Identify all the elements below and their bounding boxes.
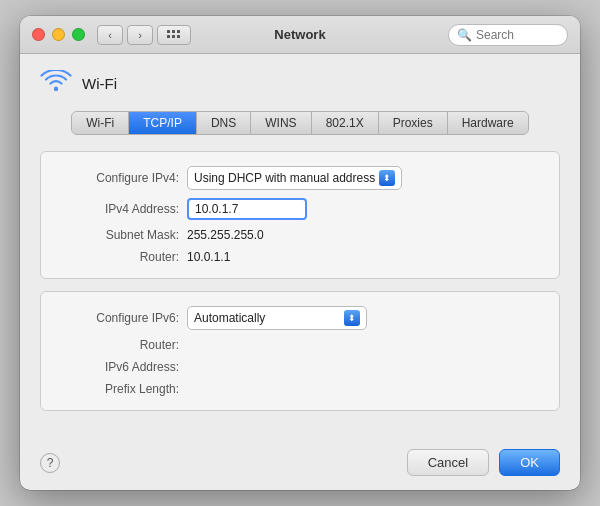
forward-button[interactable]: › — [127, 25, 153, 45]
dropdown-arrow-ipv6-icon: ⬍ — [344, 310, 360, 326]
configure-ipv6-row: Configure IPv6: Automatically ⬍ — [57, 306, 543, 330]
grid-button[interactable] — [157, 25, 191, 45]
back-button[interactable]: ‹ — [97, 25, 123, 45]
window-title: Network — [274, 27, 325, 42]
content-area: Wi-Fi Wi-Fi TCP/IP DNS WINS 802.1X Proxi… — [20, 54, 580, 439]
configure-ipv6-value: Automatically — [194, 311, 340, 325]
wifi-header: Wi-Fi — [40, 70, 560, 97]
tab-wifi[interactable]: Wi-Fi — [72, 112, 129, 134]
maximize-button[interactable] — [72, 28, 85, 41]
ipv4-address-input[interactable] — [187, 198, 307, 220]
grid-icon — [167, 30, 181, 39]
wifi-icon — [40, 70, 72, 97]
ipv6-section: Configure IPv6: Automatically ⬍ Router: … — [40, 291, 560, 411]
ipv6-router-row: Router: — [57, 338, 543, 352]
cancel-button[interactable]: Cancel — [407, 449, 489, 476]
search-box[interactable]: 🔍 — [448, 24, 568, 46]
tab-tcpip[interactable]: TCP/IP — [129, 112, 197, 134]
configure-ipv6-dropdown[interactable]: Automatically ⬍ — [187, 306, 367, 330]
network-window: ‹ › Network 🔍 — [20, 16, 580, 490]
footer-buttons: Cancel OK — [407, 449, 560, 476]
tab-proxies[interactable]: Proxies — [379, 112, 448, 134]
configure-ipv4-dropdown[interactable]: Using DHCP with manual address ⬍ — [187, 166, 402, 190]
ok-button[interactable]: OK — [499, 449, 560, 476]
ipv6-router-label: Router: — [57, 338, 187, 352]
dropdown-arrow-icon: ⬍ — [379, 170, 395, 186]
nav-buttons: ‹ › — [97, 25, 153, 45]
ipv4-section: Configure IPv4: Using DHCP with manual a… — [40, 151, 560, 279]
forward-icon: › — [138, 29, 142, 41]
help-button[interactable]: ? — [40, 453, 60, 473]
subnet-mask-label: Subnet Mask: — [57, 228, 187, 242]
back-icon: ‹ — [108, 29, 112, 41]
tab-8021x[interactable]: 802.1X — [312, 112, 379, 134]
close-button[interactable] — [32, 28, 45, 41]
ipv4-address-row: IPv4 Address: — [57, 198, 543, 220]
tab-wins[interactable]: WINS — [251, 112, 311, 134]
configure-ipv6-label: Configure IPv6: — [57, 311, 187, 325]
search-input[interactable] — [476, 28, 559, 42]
router-value: 10.0.1.1 — [187, 250, 230, 264]
footer: ? Cancel OK — [20, 439, 580, 490]
ipv6-address-label: IPv6 Address: — [57, 360, 187, 374]
ipv4-address-label: IPv4 Address: — [57, 202, 187, 216]
minimize-button[interactable] — [52, 28, 65, 41]
router-label: Router: — [57, 250, 187, 264]
configure-ipv4-row: Configure IPv4: Using DHCP with manual a… — [57, 166, 543, 190]
titlebar: ‹ › Network 🔍 — [20, 16, 580, 54]
tabs: Wi-Fi TCP/IP DNS WINS 802.1X Proxies Har… — [71, 111, 528, 135]
tab-hardware[interactable]: Hardware — [448, 112, 528, 134]
traffic-lights — [32, 28, 85, 41]
configure-ipv4-label: Configure IPv4: — [57, 171, 187, 185]
router-row: Router: 10.0.1.1 — [57, 250, 543, 264]
prefix-length-label: Prefix Length: — [57, 382, 187, 396]
configure-ipv4-value: Using DHCP with manual address — [194, 171, 375, 185]
tab-dns[interactable]: DNS — [197, 112, 251, 134]
prefix-length-row: Prefix Length: — [57, 382, 543, 396]
wifi-label: Wi-Fi — [82, 75, 117, 92]
help-label: ? — [47, 456, 54, 470]
subnet-mask-row: Subnet Mask: 255.255.255.0 — [57, 228, 543, 242]
subnet-mask-value: 255.255.255.0 — [187, 228, 264, 242]
search-icon: 🔍 — [457, 28, 472, 42]
ipv6-address-row: IPv6 Address: — [57, 360, 543, 374]
svg-point-0 — [54, 87, 58, 91]
